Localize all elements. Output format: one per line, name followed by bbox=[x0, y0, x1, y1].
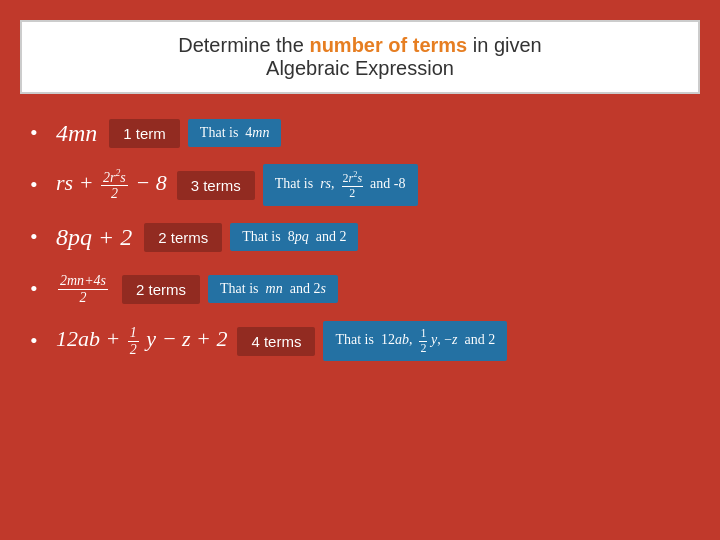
row-2: • rs + 2r2s 2 − 8 3 terms That is rs, 2r… bbox=[30, 164, 690, 206]
content-area: • 4mn 1 term That is 4mn • rs + 2r2s 2 −… bbox=[20, 112, 700, 362]
bullet-3: • bbox=[30, 224, 48, 250]
header-box: Determine the number of terms in given A… bbox=[20, 20, 700, 94]
slide: Determine the number of terms in given A… bbox=[10, 10, 710, 530]
expr-1: 4mn bbox=[56, 120, 97, 147]
header-highlight: number of terms bbox=[309, 34, 467, 56]
term-label-2: 3 terms bbox=[177, 171, 255, 200]
bullet-5: • bbox=[30, 328, 48, 354]
that-is-4: That is mn and 2s bbox=[208, 275, 338, 303]
bullet-1: • bbox=[30, 120, 48, 146]
that-is-1: That is 4mn bbox=[188, 119, 282, 147]
row-3: • 8pq + 2 2 terms That is 8pq and 2 bbox=[30, 216, 690, 258]
header-text-before: Determine the bbox=[178, 34, 309, 56]
that-is-3: That is 8pq and 2 bbox=[230, 223, 358, 251]
header-text-after: in given bbox=[467, 34, 542, 56]
row-4: • 2mn+4s 2 2 terms That is mn and 2s bbox=[30, 268, 690, 310]
expr-3: 8pq + 2 bbox=[56, 224, 132, 251]
term-label-5: 4 terms bbox=[237, 327, 315, 356]
header-line2: Algebraic Expression bbox=[266, 57, 454, 79]
that-is-2: That is rs, 2r2s 2 and -8 bbox=[263, 164, 418, 205]
expr-5: 12ab + 1 2 y − z + 2 bbox=[56, 325, 227, 357]
term-label-4: 2 terms bbox=[122, 275, 200, 304]
that-is-5: That is 12ab, 1 2 y, −z and 2 bbox=[323, 321, 507, 360]
bullet-2: • bbox=[30, 172, 48, 198]
term-label-3: 2 terms bbox=[144, 223, 222, 252]
expr-2: rs + 2r2s 2 − 8 bbox=[56, 168, 167, 201]
term-label-1: 1 term bbox=[109, 119, 180, 148]
row-5: • 12ab + 1 2 y − z + 2 4 terms That is 1… bbox=[30, 320, 690, 362]
row-1: • 4mn 1 term That is 4mn bbox=[30, 112, 690, 154]
bullet-4: • bbox=[30, 276, 48, 302]
expr-4: 2mn+4s 2 bbox=[56, 273, 110, 305]
